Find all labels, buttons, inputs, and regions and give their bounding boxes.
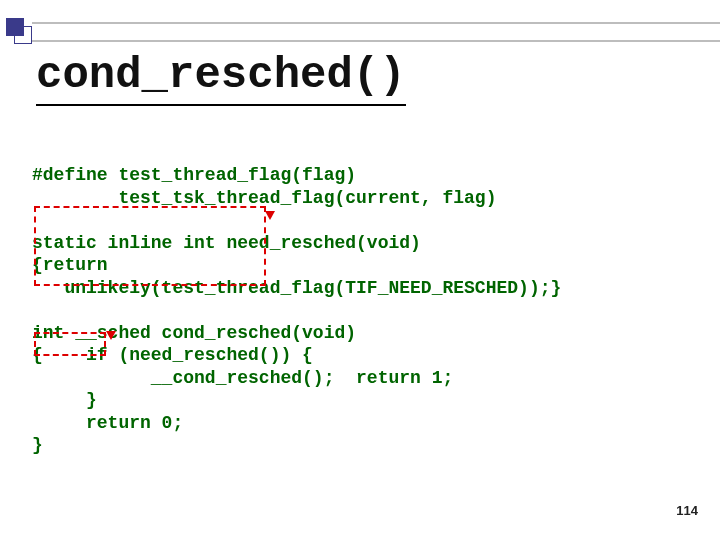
code-line: return 0; [32,413,183,433]
square-filled-icon [6,18,24,36]
callout-box-if [34,332,106,356]
arrow-down-icon [106,331,116,340]
callout-box-need-resched [34,206,266,286]
page-number: 114 [676,503,698,518]
decoration-line-bottom [32,40,720,42]
code-line: #define test_thread_flag(flag) [32,165,356,185]
slide-decoration [0,18,720,48]
code-line: } [32,390,97,410]
code-line: } [32,435,43,455]
slide-title: cond_resched() [36,50,406,100]
decoration-line-top [32,22,720,24]
code-line: test_tsk_thread_flag(current, flag) [32,188,496,208]
arrow-down-icon [265,211,275,220]
code-line: __cond_resched(); return 1; [32,368,453,388]
title-underline [36,104,406,106]
